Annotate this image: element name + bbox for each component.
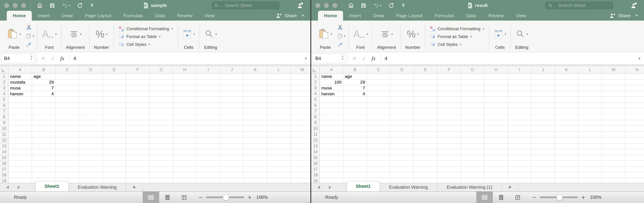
cell-F19[interactable] — [437, 178, 461, 183]
format-as-table-button[interactable]: Format as Table ▾ — [119, 34, 173, 39]
cell-L11[interactable] — [578, 132, 602, 138]
cell-I8[interactable] — [196, 114, 220, 120]
close-button[interactable] — [315, 3, 320, 8]
cell-J9[interactable] — [531, 120, 555, 126]
cell-N16[interactable] — [626, 161, 644, 167]
cell-L3[interactable] — [267, 85, 291, 91]
cell-M4[interactable] — [602, 91, 626, 97]
cell-L5[interactable] — [267, 97, 291, 103]
alignment-group-button[interactable]: ▾ Alignment — [62, 22, 88, 51]
row-header-1[interactable]: 1 — [0, 74, 8, 79]
cell-G15[interactable] — [461, 155, 484, 161]
cell-C7[interactable] — [56, 108, 79, 114]
sheet-tab-evaluation-warning[interactable]: Evaluation Warning — [68, 183, 126, 191]
cell-A8[interactable] — [8, 114, 32, 120]
cell-D11[interactable] — [390, 132, 414, 138]
cell-I10[interactable] — [508, 126, 531, 132]
cell-J19[interactable] — [220, 178, 244, 183]
cell-N19[interactable] — [626, 178, 644, 183]
cell-D16[interactable] — [79, 161, 102, 167]
cell-C7[interactable] — [367, 108, 390, 114]
cell-D14[interactable] — [79, 149, 102, 155]
cell-F15[interactable] — [437, 155, 461, 161]
cell-N13[interactable] — [626, 143, 644, 149]
cell-F6[interactable] — [126, 103, 150, 108]
cell-E7[interactable] — [102, 108, 126, 114]
cell-C13[interactable] — [367, 143, 390, 149]
cell-F4[interactable] — [437, 91, 461, 97]
cell-A1[interactable]: name — [320, 74, 343, 79]
cell-J18[interactable] — [531, 172, 555, 178]
cell-I10[interactable] — [196, 126, 220, 132]
cell-B8[interactable] — [343, 114, 367, 120]
zoom-slider-thumb[interactable] — [556, 194, 563, 201]
cell-E7[interactable] — [414, 108, 437, 114]
cell-D10[interactable] — [390, 126, 414, 132]
cell-F1[interactable] — [126, 74, 150, 79]
cell-M11[interactable] — [602, 132, 626, 138]
cell-L13[interactable] — [578, 143, 602, 149]
cell-D15[interactable] — [79, 155, 102, 161]
cell-C18[interactable] — [56, 172, 79, 178]
cell-A11[interactable] — [320, 132, 343, 138]
cell-B7[interactable] — [343, 108, 367, 114]
cell-L17[interactable] — [578, 167, 602, 172]
insert-function-icon[interactable]: fx — [369, 55, 378, 61]
cell-N18[interactable] — [626, 172, 644, 178]
row-header-7[interactable]: 7 — [311, 108, 320, 114]
copy-dropdown-icon[interactable]: ▾ — [344, 35, 346, 37]
cell-I18[interactable] — [196, 172, 220, 178]
cell-I12[interactable] — [508, 138, 531, 143]
format-as-table-button[interactable]: Format as Table ▾ — [430, 34, 484, 39]
close-button[interactable] — [4, 3, 9, 8]
cell-I3[interactable] — [508, 85, 531, 91]
cell-M16[interactable] — [602, 161, 626, 167]
undo-dropdown-icon[interactable]: ▾ — [69, 4, 70, 7]
cell-G18[interactable] — [461, 172, 484, 178]
cell-C10[interactable] — [367, 126, 390, 132]
cell-E14[interactable] — [414, 149, 437, 155]
cell-E3[interactable] — [414, 85, 437, 91]
page-break-view-button[interactable] — [176, 192, 192, 203]
cell-N9[interactable] — [626, 120, 644, 126]
font-group-button[interactable]: A.. ▾ Font — [350, 22, 372, 51]
toolbar-overflow-icon[interactable] — [90, 2, 94, 8]
cell-C6[interactable] — [56, 103, 79, 108]
zoom-slider-thumb[interactable] — [223, 194, 229, 201]
cell-K4[interactable] — [244, 91, 267, 97]
cell-C8[interactable] — [367, 114, 390, 120]
cell-B11[interactable] — [343, 132, 367, 138]
column-header-E[interactable]: E — [414, 66, 437, 74]
row-header-13[interactable]: 13 — [0, 143, 8, 149]
cell-L15[interactable] — [578, 155, 602, 161]
column-header-I[interactable]: I — [508, 66, 531, 74]
cell-B10[interactable] — [32, 126, 56, 132]
cell-M8[interactable] — [602, 114, 626, 120]
cell-M14[interactable] — [291, 149, 310, 155]
cell-F11[interactable] — [126, 132, 150, 138]
confirm-entry-icon[interactable]: ✓ — [48, 55, 58, 61]
cell-L17[interactable] — [267, 167, 291, 172]
search-scope-dropdown-icon[interactable]: ⌄ — [220, 3, 222, 7]
cell-D3[interactable] — [390, 85, 414, 91]
cell-J5[interactable] — [220, 97, 244, 103]
spreadsheet-grid[interactable]: ABCDEFGHIJKLMN1nameage2100293musa74haroo… — [311, 65, 644, 183]
cell-J5[interactable] — [531, 97, 555, 103]
cell-K12[interactable] — [244, 138, 267, 143]
cell-H10[interactable] — [173, 126, 196, 132]
cell-F14[interactable] — [437, 149, 461, 155]
row-header-15[interactable]: 15 — [0, 155, 8, 161]
cell-N4[interactable] — [626, 91, 644, 97]
cell-C4[interactable] — [56, 91, 79, 97]
cell-M1[interactable] — [291, 74, 310, 79]
cell-D6[interactable] — [79, 103, 102, 108]
row-header-10[interactable]: 10 — [311, 126, 320, 132]
cell-M5[interactable] — [291, 97, 310, 103]
ribbon-tab-data[interactable]: Data — [149, 11, 171, 20]
cell-B2[interactable]: 29 — [32, 79, 56, 85]
alignment-group-button[interactable]: ▾ Alignment — [374, 22, 400, 51]
cell-N11[interactable] — [626, 132, 644, 138]
conditional-formatting-button[interactable]: Conditional Formatting ▾ — [119, 26, 173, 31]
cell-I15[interactable] — [508, 155, 531, 161]
cell-K7[interactable] — [244, 108, 267, 114]
